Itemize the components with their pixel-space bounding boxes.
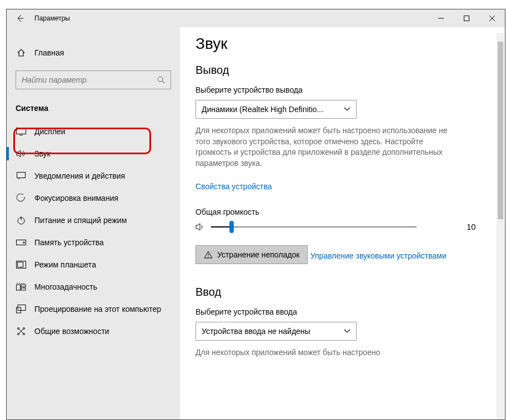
multitask-icon [16, 281, 27, 292]
maximize-button[interactable] [454, 9, 479, 27]
volume-value: 10 [467, 222, 476, 231]
volume-slider-row: 10 [196, 222, 489, 231]
search-input[interactable] [16, 70, 171, 89]
search-field[interactable] [22, 75, 157, 84]
titlebar: Параметры [7, 9, 505, 27]
minimize-button[interactable] [428, 9, 454, 27]
sidebar-group-header: Система [7, 99, 180, 120]
arrow-left-icon [16, 14, 24, 23]
input-device-value: Устройства ввода не найдены [202, 327, 310, 336]
input-device-dropdown[interactable]: Устройства ввода не найдены [196, 322, 357, 341]
svg-rect-8 [17, 173, 26, 178]
speaker-icon [196, 222, 206, 231]
output-select-label: Выберите устройство вывода [196, 85, 489, 94]
svg-rect-16 [21, 285, 26, 287]
scrollbar-thumb[interactable] [498, 42, 503, 219]
svg-point-4 [158, 77, 163, 82]
slider-fill [211, 226, 232, 227]
chevron-down-icon [344, 329, 350, 333]
sidebar-item-notifications[interactable]: Уведомления и действия [7, 165, 180, 187]
device-properties-link[interactable]: Свойства устройства [196, 182, 272, 191]
close-button[interactable] [479, 9, 505, 27]
sidebar-item-projecting[interactable]: Проецирование на этот компьютер [7, 298, 180, 320]
sidebar-item-label: Уведомления и действия [34, 171, 125, 180]
window-controls [428, 9, 505, 27]
slider-thumb[interactable] [229, 221, 234, 233]
sidebar-item-label: Звук [34, 149, 51, 158]
output-device-dropdown[interactable]: Динамики (Realtek High Definitio... [196, 100, 357, 119]
sound-icon [16, 148, 27, 159]
back-button[interactable] [7, 9, 33, 27]
tablet-icon [16, 259, 27, 270]
input-heading: Ввод [196, 286, 489, 298]
sidebar-item-label: Проецирование на этот компьютер [34, 305, 161, 313]
window-title: Параметры [34, 14, 70, 22]
sidebar-item-multitask[interactable]: Многозадачность [7, 276, 180, 298]
sidebar-item-display[interactable]: Дисплей [7, 120, 180, 143]
home-icon [16, 47, 27, 58]
sidebar: Главная Система Дисплей Звук Уведомления… [7, 27, 180, 419]
troubleshoot-button[interactable]: Устранение неполадок [196, 245, 308, 264]
sidebar-item-label: Многозадачность [34, 282, 97, 291]
sidebar-item-label: Общие возможности [34, 327, 109, 336]
sidebar-item-sound[interactable]: Звук [7, 143, 180, 165]
search-icon [157, 76, 165, 84]
sidebar-item-label: Питание и спящий режим [34, 216, 127, 225]
warning-icon [204, 251, 213, 259]
output-heading: Вывод [196, 64, 489, 77]
output-note: Для некоторых приложений может быть наст… [196, 125, 457, 169]
notifications-icon [16, 170, 27, 181]
sidebar-item-label: Режим планшета [34, 260, 96, 269]
svg-line-5 [162, 81, 164, 83]
sidebar-home[interactable]: Главная [7, 42, 180, 64]
search-container [16, 70, 171, 89]
svg-rect-15 [17, 285, 21, 290]
scrollbar[interactable] [497, 33, 504, 419]
output-device-value: Динамики (Realtek High Definitio... [202, 105, 323, 114]
content-area: Звук Вывод Выберите устройство вывода Ди… [180, 27, 505, 419]
sidebar-item-label: Фокусировка внимания [34, 194, 118, 203]
settings-window: Параметры Главная Система [6, 9, 505, 420]
page-title: Звук [196, 35, 489, 53]
svg-point-26 [208, 257, 208, 257]
input-select-label: Выберите устройства ввода [196, 307, 489, 316]
svg-point-12 [23, 242, 25, 244]
svg-rect-6 [17, 128, 26, 134]
sidebar-item-storage[interactable]: Память устройства [7, 231, 180, 254]
svg-rect-1 [464, 16, 469, 21]
manage-devices-link[interactable]: Управление звуковыми устройствами [310, 251, 447, 260]
storage-icon [16, 237, 27, 248]
svg-rect-14 [18, 262, 23, 267]
projecting-icon [16, 303, 27, 315]
input-note: Для некоторых приложений может быть наст… [196, 347, 457, 358]
sidebar-item-focus[interactable]: Фокусировка внимания [7, 187, 180, 209]
sidebar-home-label: Главная [34, 48, 64, 57]
sidebar-item-label: Память устройства [34, 238, 104, 247]
sidebar-item-tablet[interactable]: Режим планшета [7, 254, 180, 276]
body-area: Главная Система Дисплей Звук Уведомления… [7, 27, 505, 419]
power-icon [16, 215, 27, 226]
sidebar-item-label: Дисплей [34, 127, 66, 136]
sidebar-item-shared[interactable]: Общие возможности [7, 320, 180, 342]
volume-slider[interactable] [211, 226, 417, 227]
svg-rect-17 [21, 288, 26, 290]
shared-icon [16, 326, 27, 337]
display-icon [16, 126, 27, 137]
troubleshoot-label: Устранение неполадок [217, 250, 299, 259]
focus-icon [16, 193, 27, 204]
chevron-down-icon [344, 107, 350, 112]
volume-label: Общая громкость [196, 208, 489, 216]
sidebar-item-power[interactable]: Питание и спящий режим [7, 209, 180, 231]
